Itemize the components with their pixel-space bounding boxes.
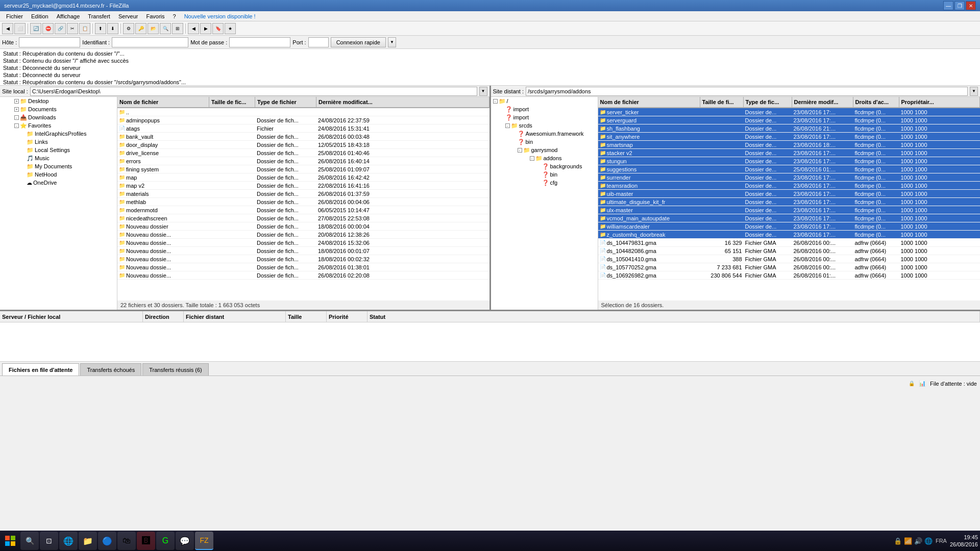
- taskbar-search[interactable]: 🔍: [20, 532, 39, 550]
- tree-item-import2[interactable]: ❓ import: [491, 113, 598, 121]
- toolbar-btn-5[interactable]: 🔗: [55, 23, 66, 34]
- local-file-row[interactable]: 📁 Nouveau dossie... Dossier de fich... 1…: [117, 255, 489, 263]
- tree-item-documents[interactable]: + 📁 Documents: [0, 105, 117, 113]
- remote-file-row[interactable]: 📁 z_customhq_doorbreak Dossier de... 23/…: [598, 231, 981, 239]
- tree-item-nethood[interactable]: 📁 NetHood: [0, 170, 117, 179]
- tree-item-awesomium[interactable]: ❓ Awesomium.framework: [491, 130, 598, 138]
- tree-item-music[interactable]: 🎵 Music: [0, 154, 117, 162]
- tree-item-onedrive[interactable]: ☁ OneDrive: [0, 179, 117, 187]
- menu-help[interactable]: ?: [169, 12, 180, 20]
- host-input[interactable]: [19, 37, 80, 47]
- remote-file-row[interactable]: 📁 ultimate_disguise_kit_fr Dossier de...…: [598, 198, 981, 206]
- remote-file-row[interactable]: 📁 smartsnap Dossier de... 23/08/2016 18:…: [598, 141, 981, 149]
- user-input[interactable]: [112, 37, 188, 47]
- remote-file-row[interactable]: 📁 ulx-master Dossier de... 23/08/2016 17…: [598, 206, 981, 214]
- toolbar-btn-2[interactable]: ⬜: [14, 23, 26, 34]
- tree-item-bin2[interactable]: ❓ bin: [491, 170, 598, 179]
- remote-path-input[interactable]: [526, 87, 968, 96]
- taskbar-store[interactable]: 🛍: [117, 532, 136, 550]
- local-file-row[interactable]: 📁 Nouveau dossie... Dossier de fich... 2…: [117, 231, 489, 239]
- toolbar-btn-4[interactable]: ⛔: [42, 23, 54, 34]
- connect-dropdown-button[interactable]: ▼: [388, 37, 396, 47]
- local-file-row[interactable]: 📁 adminpopups Dossier de fich... 24/08/2…: [117, 116, 489, 124]
- local-file-row[interactable]: 📁 bank_vault Dossier de fich... 26/08/20…: [117, 133, 489, 141]
- tree-expander[interactable]: -: [14, 123, 19, 128]
- tree-expander[interactable]: -: [518, 148, 522, 153]
- remote-file-row[interactable]: 📁 sit_anywhere Dossier de... 23/08/2016 …: [598, 133, 981, 141]
- remote-file-row[interactable]: 📄 ds_105770252.gma 7 233 681 Fichier GMA…: [598, 263, 981, 271]
- remote-file-row[interactable]: 📄 ds_104479831.gma 16 329 Fichier GMA 26…: [598, 239, 981, 247]
- local-file-row[interactable]: 📁 fining system Dossier de fich... 25/08…: [117, 165, 489, 173]
- taskbar-clock[interactable]: 19:45 26/08/2016: [950, 534, 978, 548]
- remote-path-dropdown[interactable]: ▼: [970, 87, 978, 96]
- tray-icon-sound[interactable]: 🔊: [914, 537, 922, 545]
- tree-item-srcds[interactable]: - 📁 srcds: [491, 121, 598, 130]
- col-modified[interactable]: Dernière modif...: [792, 97, 853, 107]
- port-input[interactable]: [308, 37, 329, 47]
- tray-icon-2[interactable]: 📶: [904, 537, 912, 545]
- toolbar-btn-8[interactable]: ⬆: [95, 23, 106, 34]
- local-file-row[interactable]: 📁 Nouveau dossie... Dossier de fich... 2…: [117, 263, 489, 271]
- local-file-row[interactable]: 📁 drive_license Dossier de fich... 25/08…: [117, 149, 489, 157]
- local-file-row[interactable]: 📁 nicedeathscreen Dossier de fich... 27/…: [117, 214, 489, 222]
- remote-file-row[interactable]: 📁 sh_flashbang Dossier de... 26/08/2016 …: [598, 124, 981, 133]
- taskbar-explorer[interactable]: 📁: [79, 532, 97, 550]
- tab-success[interactable]: Transferts réussis (6): [142, 363, 209, 375]
- tray-icon-1[interactable]: 🔒: [894, 537, 902, 545]
- remote-file-row[interactable]: 📁 teamsradion Dossier de... 23/08/2016 1…: [598, 182, 981, 190]
- remote-file-row[interactable]: 📁 stungun Dossier de... 23/08/2016 17:..…: [598, 157, 981, 165]
- remote-file-row[interactable]: 📁 surrender Dossier de... 23/08/2016 17:…: [598, 173, 981, 182]
- toolbar-btn-10[interactable]: ⚙: [123, 23, 134, 34]
- tab-failed[interactable]: Transferts échoués: [80, 363, 141, 375]
- menu-fichier[interactable]: Fichier: [2, 12, 27, 20]
- close-button[interactable]: ✕: [966, 1, 976, 10]
- remote-file-row[interactable]: 📄 ds_106926982.gma 230 806 544 Fichier G…: [598, 271, 981, 280]
- menu-update[interactable]: Nouvelle version disponible !: [180, 12, 260, 20]
- local-path-dropdown[interactable]: ▼: [479, 87, 487, 96]
- tree-item-mydocuments[interactable]: 📁 My Documents: [0, 162, 117, 170]
- col-size[interactable]: Taille de fi...: [700, 97, 744, 107]
- tree-expander[interactable]: -: [493, 99, 498, 104]
- taskbar-edge[interactable]: 🌐: [59, 532, 78, 550]
- tab-queue[interactable]: Fichiers en file d'attente: [2, 363, 79, 375]
- tree-expander[interactable]: -: [14, 115, 19, 120]
- remote-file-row[interactable]: 📁 serverguard Dossier de... 23/08/2016 1…: [598, 116, 981, 124]
- menu-transfert[interactable]: Transfert: [84, 12, 114, 20]
- tree-expander[interactable]: +: [14, 107, 19, 112]
- tray-icon-network[interactable]: 🌐: [924, 537, 933, 545]
- remote-file-row[interactable]: 📄 ds_104482086.gma 65 151 Fichier GMA 26…: [598, 247, 981, 255]
- tree-item-intelgraphics[interactable]: 📁 IntelGraphicsProfiles: [0, 130, 117, 138]
- tree-expander[interactable]: +: [14, 99, 19, 104]
- pass-input[interactable]: [229, 37, 290, 47]
- remote-file-row[interactable]: 📁 uib-master Dossier de... 23/08/2016 17…: [598, 190, 981, 198]
- taskbar-filezilla[interactable]: FZ: [195, 532, 213, 550]
- local-file-row[interactable]: 📁 errors Dossier de fich... 26/08/2016 1…: [117, 157, 489, 165]
- col-owner[interactable]: Propriétair...: [899, 97, 981, 107]
- toolbar-btn-12[interactable]: 📂: [148, 23, 159, 34]
- local-file-row[interactable]: 📁 Nouveau dossie... Dossier de fich... 1…: [117, 247, 489, 255]
- taskbar-ie[interactable]: 🔵: [98, 532, 116, 550]
- toolbar-btn-9[interactable]: ⬇: [107, 23, 118, 34]
- connect-button[interactable]: Connexion rapide: [331, 37, 386, 47]
- menu-affichage[interactable]: Affichage: [53, 12, 84, 20]
- col-rights[interactable]: Droits d'ac...: [853, 97, 899, 107]
- tree-item-desktop[interactable]: + 📁 Desktop: [0, 97, 117, 105]
- toolbar-btn-3[interactable]: 🔄: [30, 23, 41, 34]
- toolbar-btn-17[interactable]: 🔖: [212, 23, 224, 34]
- menu-serveur[interactable]: Serveur: [114, 12, 142, 20]
- remote-file-row[interactable]: 📄 ds_105041410.gma 388 Fichier GMA 26/08…: [598, 255, 981, 263]
- tree-expander[interactable]: -: [505, 123, 510, 128]
- tree-expander[interactable]: -: [530, 156, 534, 161]
- col-filename[interactable]: Nom de fichier: [117, 97, 209, 107]
- local-file-row[interactable]: 📁 map Dossier de fich... 26/08/2016 16:4…: [117, 173, 489, 182]
- maximize-button[interactable]: ❐: [954, 1, 965, 10]
- local-file-row[interactable]: 📄 atags Fichier 24/08/2016 15:31:41: [117, 124, 489, 133]
- local-file-row[interactable]: 📁 door_display Dossier de fich... 12/05/…: [117, 141, 489, 149]
- remote-file-row[interactable]: 📁 williamscardealer Dossier de... 23/08/…: [598, 222, 981, 231]
- col-type[interactable]: Type de fic...: [744, 97, 792, 107]
- toolbar-btn-18[interactable]: ★: [225, 23, 236, 34]
- remote-file-row[interactable]: 📁 server_ticker Dossier de... 23/08/2016…: [598, 108, 981, 116]
- tree-item-backgrounds[interactable]: ❓ backgrounds: [491, 162, 598, 170]
- col-size[interactable]: Taille de fic...: [209, 97, 255, 107]
- toolbar-btn-13[interactable]: 🔍: [160, 23, 171, 34]
